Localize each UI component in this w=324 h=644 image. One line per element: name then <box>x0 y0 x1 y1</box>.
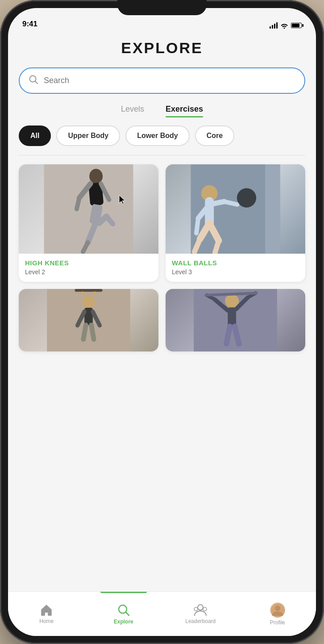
card-info-high-knees: HIGH KNEES Level 2 <box>19 254 158 282</box>
svg-line-20 <box>224 201 237 205</box>
search-container <box>8 67 316 94</box>
nav-profile-label: Profile <box>270 619 285 626</box>
svg-line-44 <box>226 326 230 344</box>
leaderboard-icon <box>194 604 207 616</box>
page-title: EXPLORE <box>8 39 316 57</box>
notch <box>117 0 207 15</box>
exercise-level-high-knees: Level 2 <box>25 268 152 276</box>
exercise-image-pullups <box>19 289 158 351</box>
pill-upper-body[interactable]: Upper Body <box>56 125 120 146</box>
svg-point-50 <box>203 607 207 611</box>
pill-core[interactable]: Core <box>195 125 234 146</box>
svg-rect-14 <box>265 164 280 254</box>
exercise-card-wall-balls[interactable]: WALL BALLS Level 3 <box>166 164 305 282</box>
exercise-card-high-knees[interactable]: HIGH KNEES Level 2 <box>19 164 158 282</box>
svg-line-30 <box>94 292 96 296</box>
nav-explore-label: Explore <box>114 619 133 625</box>
search-icon <box>29 75 38 87</box>
divider <box>19 155 305 155</box>
search-input[interactable] <box>44 76 295 85</box>
nav-profile[interactable]: Profile <box>239 592 316 636</box>
nav-home-label: Home <box>39 618 54 624</box>
nav-home[interactable]: Home <box>8 592 85 636</box>
tabs-container: Levels Exercises <box>8 105 316 117</box>
explore-icon <box>117 603 130 617</box>
pill-lower-body[interactable]: Lower Body <box>125 125 190 146</box>
svg-line-29 <box>82 292 83 296</box>
tab-levels[interactable]: Levels <box>121 105 144 117</box>
svg-rect-27 <box>75 289 102 292</box>
exercise-card-pullups[interactable] <box>19 289 158 351</box>
svg-point-48 <box>198 605 203 610</box>
exercise-image-wall-balls <box>166 164 305 254</box>
filter-pills: All Upper Body Lower Body Core <box>8 125 316 146</box>
exercise-grid: HIGH KNEES Level 2 <box>8 164 316 362</box>
exercise-name-wall-balls: WALL BALLS <box>172 259 299 267</box>
svg-line-6 <box>77 198 79 209</box>
signal-icon <box>270 22 278 29</box>
nav-leaderboard[interactable]: Leaderboard <box>162 592 239 636</box>
svg-line-35 <box>91 325 94 339</box>
wifi-icon <box>280 22 288 29</box>
svg-point-25 <box>237 188 256 207</box>
nav-leaderboard-label: Leaderboard <box>185 618 216 624</box>
svg-point-28 <box>83 296 95 309</box>
exercise-image-overhead <box>166 289 305 351</box>
search-bar[interactable] <box>19 67 305 94</box>
status-icons <box>270 22 302 29</box>
home-icon <box>40 604 53 616</box>
screen: 9:41 EXPLORE <box>8 8 316 636</box>
svg-point-52 <box>275 606 280 611</box>
profile-avatar <box>270 602 285 618</box>
svg-line-34 <box>83 325 86 339</box>
exercise-card-overhead[interactable] <box>166 289 305 351</box>
svg-point-49 <box>194 607 198 611</box>
battery-icon <box>291 23 302 28</box>
status-time: 9:41 <box>22 20 37 29</box>
svg-line-18 <box>196 218 198 233</box>
exercise-name-high-knees: HIGH KNEES <box>25 259 152 267</box>
tab-exercises[interactable]: Exercises <box>166 105 203 117</box>
main-content: EXPLORE Levels <box>8 32 316 591</box>
phone-frame: 9:41 EXPLORE <box>0 0 324 644</box>
svg-line-1 <box>35 81 38 84</box>
nav-explore[interactable]: Explore <box>85 592 162 636</box>
bottom-nav: Home Explore Leaderboard <box>8 591 316 636</box>
exercise-level-wall-balls: Level 3 <box>172 268 299 276</box>
card-info-wall-balls: WALL BALLS Level 3 <box>166 254 305 282</box>
svg-line-19 <box>209 201 224 205</box>
pill-all[interactable]: All <box>19 125 51 146</box>
svg-line-24 <box>215 241 219 253</box>
svg-line-47 <box>125 612 129 615</box>
exercise-image-high-knees <box>19 164 158 254</box>
